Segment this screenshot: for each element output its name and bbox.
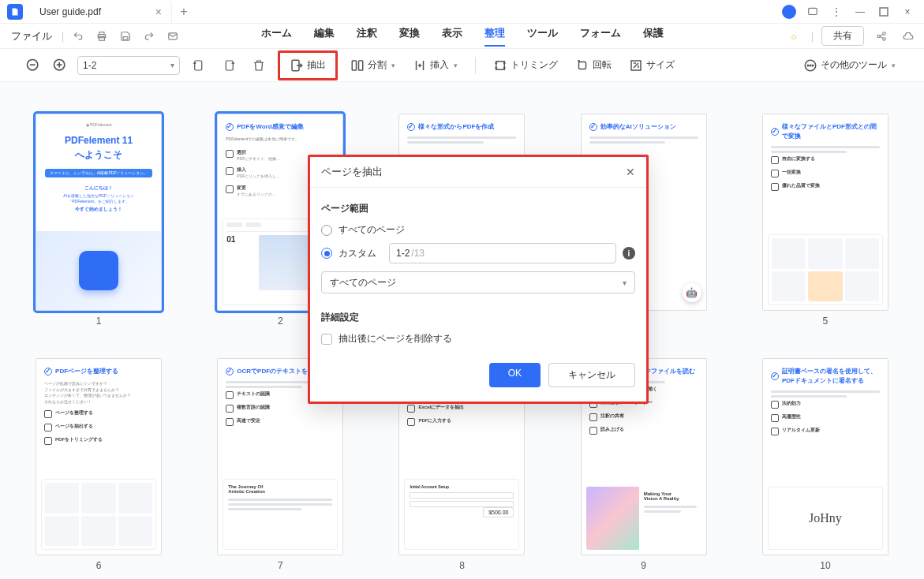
rotate-right-button[interactable] [218, 54, 240, 77]
app-icon [0, 0, 30, 24]
right-menu: ☼ | 共有 [784, 26, 924, 46]
other-tools-button[interactable]: その他のツール ▾ [799, 55, 900, 76]
ok-button[interactable]: OK [489, 363, 541, 387]
svg-point-21 [807, 65, 809, 66]
checkbox-delete-after[interactable]: 抽出後にページを削除する [321, 332, 635, 346]
svg-point-23 [812, 65, 814, 66]
dialog-close-button[interactable]: ✕ [626, 166, 635, 178]
page-filter-select[interactable]: すべてのページ ▾ [321, 271, 635, 293]
close-window-button[interactable]: × [897, 2, 918, 22]
svg-rect-12 [195, 61, 202, 70]
rotate-button[interactable]: 回転 [570, 55, 616, 76]
svg-rect-5 [123, 36, 128, 39]
lightbulb-icon[interactable]: ☼ [784, 27, 803, 46]
cloud-share-icon[interactable] [872, 27, 891, 46]
page-thumb-10[interactable]: 証明書ベースの署名を使用して、PDFドキュメントに署名する 法的効力 高履歴性 … [762, 358, 888, 555]
svg-point-9 [883, 37, 886, 40]
tab-label: User guide.pdf [39, 6, 101, 17]
svg-point-7 [877, 35, 881, 38]
tab-add-button[interactable]: + [172, 5, 196, 19]
radio-custom[interactable]: カスタム 1-2/13 i [321, 243, 635, 263]
print-button[interactable] [92, 27, 111, 46]
svg-rect-0 [809, 8, 817, 14]
svg-rect-4 [99, 32, 104, 34]
page-number: 6 [96, 560, 102, 571]
page-thumb-1[interactable]: ◉ PDFelement PDFelement 11 へようこそ スマートに、シ… [36, 114, 162, 311]
share-button[interactable]: 共有 [821, 26, 864, 46]
extract-button[interactable]: 抽出 [285, 55, 331, 76]
page-number: 7 [278, 560, 283, 571]
page-thumb-5[interactable]: 様々なファイルとPDF形式との間で変換 自由に変換する 一括変換 優れた品質で変… [762, 114, 888, 311]
extract-button-highlighted[interactable]: 抽出 [278, 50, 338, 80]
svg-rect-13 [226, 61, 233, 70]
delete-page-button[interactable] [248, 54, 270, 77]
cancel-button[interactable]: キャンセル [548, 363, 635, 387]
menu-edit[interactable]: 編集 [314, 26, 335, 47]
menu-tools[interactable]: ツール [527, 26, 558, 47]
page-range-value: 1-2 [83, 60, 96, 71]
page-number: 8 [459, 560, 465, 571]
chevron-down-icon: ▾ [454, 62, 458, 69]
cloud-sync-icon[interactable] [899, 27, 918, 46]
page-number: 1 [96, 316, 102, 327]
page-number: 2 [278, 316, 283, 327]
trim-button[interactable]: トリミング [488, 55, 563, 76]
feedback-icon[interactable] [802, 2, 823, 22]
redo-button[interactable] [140, 27, 159, 46]
svg-point-8 [883, 32, 886, 35]
kebab-icon[interactable]: ⋮ [826, 2, 847, 22]
split-button[interactable]: 分割 ▾ [346, 55, 400, 76]
info-icon[interactable]: i [623, 247, 635, 260]
page-number: 10 [820, 560, 830, 571]
size-button[interactable]: サイズ [624, 55, 679, 76]
chevron-down-icon: ▾ [391, 62, 395, 69]
undo-button[interactable] [69, 27, 88, 46]
chevron-down-icon: ▾ [892, 62, 896, 69]
svg-rect-18 [579, 62, 586, 69]
extract-pages-dialog: ページを抽出 ✕ ページ範囲 すべてのページ カスタム 1-2/13 i すべて… [308, 155, 649, 404]
menu-protect[interactable]: 保護 [643, 26, 664, 47]
tab-document[interactable]: User guide.pdf × [30, 0, 172, 24]
svg-rect-1 [880, 8, 888, 16]
svg-point-22 [810, 65, 811, 66]
zoom-in-button[interactable] [51, 56, 69, 75]
page-number: 5 [823, 316, 829, 327]
menu-form[interactable]: フォーム [580, 26, 621, 47]
organize-toolbar: 1-2 ▾ 抽出 分割 ▾ 挿入 ▾ トリミング 回転 サイズ その他のツール [0, 49, 924, 82]
svg-rect-17 [496, 61, 505, 69]
maximize-button[interactable] [873, 2, 894, 22]
menu-convert[interactable]: 変換 [399, 26, 420, 47]
menu-annotate[interactable]: 注釈 [357, 26, 377, 47]
file-menu[interactable]: ファイル [6, 29, 57, 43]
menu-organize[interactable]: 整理 [484, 26, 505, 47]
tab-close-icon[interactable]: × [155, 6, 162, 18]
brand-circle-icon[interactable] [779, 2, 799, 22]
minimize-button[interactable]: — [850, 2, 870, 22]
chevron-down-icon: ▾ [170, 61, 174, 69]
svg-rect-15 [352, 61, 356, 70]
radio-all-pages[interactable]: すべてのページ [321, 223, 635, 237]
rotate-left-button[interactable] [188, 54, 210, 77]
menu-home[interactable]: ホーム [261, 26, 292, 47]
menu-row: ファイル | ホーム 編集 注釈 変換 表示 整理 ツール フォーム 保護 ☼ … [0, 24, 924, 49]
save-button[interactable] [116, 27, 135, 46]
dialog-title: ページを抽出 [321, 165, 383, 179]
page-thumb-6[interactable]: PDFページを整理する ページが乱雑で読みにくいですか？ファイルが大きすぎで共有… [36, 358, 162, 555]
insert-button[interactable]: 挿入 ▾ [408, 55, 462, 76]
titlebar: User guide.pdf × + ⋮ — × [0, 0, 924, 24]
page-range-select[interactable]: 1-2 ▾ [77, 56, 180, 75]
mail-button[interactable] [163, 27, 182, 46]
chevron-down-icon: ▾ [623, 278, 627, 287]
window-controls: ⋮ — × [779, 2, 924, 22]
page-number: 9 [641, 560, 646, 571]
svg-rect-16 [359, 61, 363, 70]
range-section-label: ページ範囲 [321, 202, 635, 215]
page-range-input[interactable]: 1-2/13 [389, 243, 616, 263]
advanced-section-label: 詳細設定 [321, 311, 635, 324]
zoom-out-button[interactable] [24, 56, 43, 75]
menu-view[interactable]: 表示 [442, 26, 462, 47]
